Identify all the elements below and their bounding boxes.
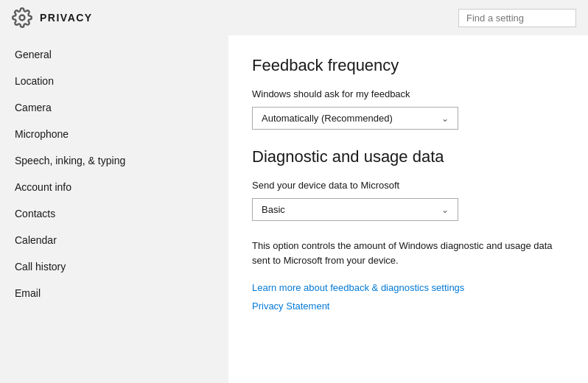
sidebar-item-callhistory[interactable]: Call history [0,253,228,280]
sidebar: General Location Camera Microphone Speec… [0,35,228,383]
sidebar-item-microphone[interactable]: Microphone [0,121,228,147]
diagnostic-description: This option controls the amount of Windo… [252,239,564,267]
learn-more-link[interactable]: Learn more about feedback & diagnostics … [252,282,564,293]
sidebar-item-contacts[interactable]: Contacts [0,200,228,227]
diagnostic-title: Diagnostic and usage data [252,147,564,166]
search-input[interactable] [458,9,576,27]
feedback-dropdown-value: Automatically (Recommended) [262,113,393,124]
privacy-statement-link[interactable]: Privacy Statement [252,301,564,312]
diagnostic-dropdown[interactable]: Basic ⌄ [252,198,458,221]
sidebar-item-general[interactable]: General [0,41,228,68]
sidebar-item-calendar[interactable]: Calendar [0,227,228,253]
header-title: PRIVACY [40,12,93,24]
header: PRIVACY [0,0,588,35]
feedback-dropdown[interactable]: Automatically (Recommended) ⌄ [252,107,458,130]
diagnostic-section: Diagnostic and usage data Send your devi… [252,147,564,312]
feedback-dropdown-arrow: ⌄ [441,113,449,124]
svg-point-0 [20,15,25,21]
sidebar-item-accountinfo[interactable]: Account info [0,174,228,200]
feedback-section: Feedback frequency Windows should ask fo… [252,56,564,130]
diagnostic-dropdown-value: Basic [262,204,285,215]
feedback-title: Feedback frequency [252,56,564,75]
content-area: Feedback frequency Windows should ask fo… [228,35,588,383]
app-container: PRIVACY General Location Camera Micropho… [0,0,588,383]
main-content: General Location Camera Microphone Speec… [0,35,588,383]
gear-icon [12,7,32,28]
sidebar-item-location[interactable]: Location [0,68,228,94]
sidebar-item-email[interactable]: Email [0,280,228,306]
diagnostic-dropdown-arrow: ⌄ [441,205,449,215]
diagnostic-field-label: Send your device data to Microsoft [252,180,564,191]
header-left: PRIVACY [12,7,458,28]
sidebar-item-camera[interactable]: Camera [0,94,228,121]
feedback-field-label: Windows should ask for my feedback [252,88,564,99]
sidebar-item-speech[interactable]: Speech, inking, & typing [0,147,228,174]
